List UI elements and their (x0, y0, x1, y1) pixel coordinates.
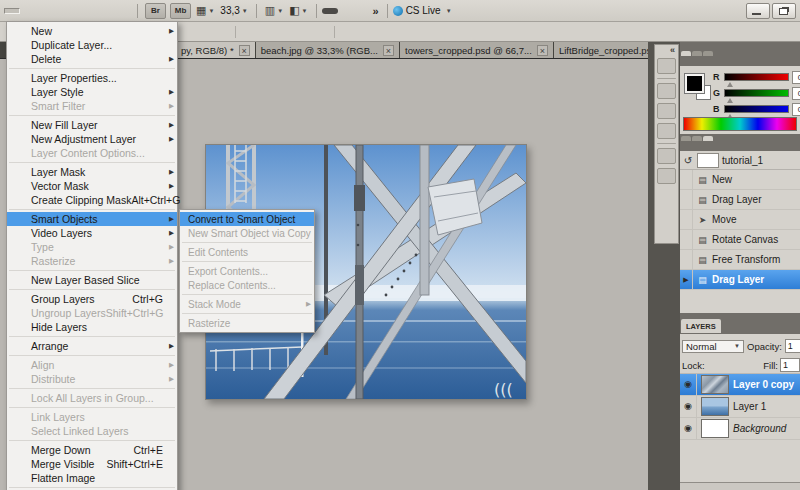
close-icon[interactable]: × (383, 45, 394, 56)
menu-item[interactable]: Layer Mask ▶ (7, 165, 177, 179)
mini-bridge-panel-icon[interactable] (657, 58, 676, 74)
eye-icon[interactable]: ◉ (680, 396, 697, 417)
history-state[interactable]: ▶ ▤ Drag Layer (680, 270, 800, 290)
mini-bridge-button[interactable]: Mb (170, 3, 191, 19)
history-state-gutter[interactable] (680, 250, 693, 269)
document-tab[interactable]: LiftBridge_cropped.psd @ 8... × (554, 42, 648, 58)
tab-layers[interactable]: LAYERS (681, 319, 721, 333)
history-state[interactable]: ▤ Rotate Canvas (680, 230, 800, 250)
menu-item[interactable]: New ▶ (7, 24, 177, 38)
Background[interactable]: ◉ Background (680, 418, 800, 440)
channel-value[interactable]: 0 (792, 103, 800, 116)
layer-thumbnail[interactable] (701, 419, 729, 438)
history-state[interactable]: ▤ Drag Layer (680, 190, 800, 210)
eye-icon[interactable]: ◉ (680, 374, 697, 395)
panel-tab[interactable] (703, 51, 713, 56)
close-icon[interactable]: × (239, 45, 250, 56)
menubar-menu[interactable] (100, 8, 116, 14)
slider-marker-icon[interactable] (727, 79, 733, 87)
menu-item[interactable]: Smart Objects ▶ (7, 212, 177, 226)
view-extras-button[interactable]: ▦ ▼ (196, 4, 214, 17)
menu-item[interactable]: Video Layers ▶ (7, 226, 177, 240)
menu-item[interactable]: Vector Mask ▶ (7, 179, 177, 193)
channel-value[interactable]: 0 (792, 87, 800, 100)
opacity-value[interactable]: 1 (785, 339, 800, 353)
menubar-menu[interactable] (68, 8, 84, 14)
minimize-button[interactable] (746, 3, 770, 19)
document-tab[interactable]: beach.jpg @ 33,3% (RGB... × (256, 42, 399, 58)
expand-dock-icon[interactable]: « (670, 45, 678, 56)
restore-button[interactable] (772, 3, 796, 19)
history-state-gutter[interactable] (680, 210, 693, 229)
channel-value[interactable]: 0 (792, 71, 800, 84)
channel-slider[interactable] (724, 105, 789, 113)
history-state[interactable]: ▤ Free Transform (680, 250, 800, 270)
cs-live-button[interactable]: CS Live ▼ (393, 5, 452, 16)
history-state-gutter[interactable]: ▶ (680, 270, 693, 289)
document-tab[interactable]: py, RGB/8) * × (176, 42, 255, 58)
history-brush-icon[interactable]: ↺ (682, 155, 694, 166)
close-icon[interactable]: × (537, 45, 548, 56)
workspace-overflow-icon[interactable]: » (370, 5, 382, 17)
bridge-button[interactable]: Br (145, 3, 166, 19)
menu-item[interactable]: Hide Layers (7, 320, 177, 334)
arrange-documents-button[interactable]: ▥ ▼ (265, 4, 283, 17)
history-state[interactable]: ➤ Move (680, 210, 800, 230)
history-state-gutter[interactable] (680, 170, 693, 189)
history-state-gutter[interactable] (680, 230, 693, 249)
menubar-menu[interactable] (116, 8, 132, 14)
clone-source-panel-icon[interactable] (657, 103, 676, 119)
Layer 0 copy[interactable]: ◉ Layer 0 copy (680, 374, 800, 396)
character-panel-icon[interactable] (657, 148, 676, 164)
workspace-button[interactable] (338, 8, 354, 14)
menu-item[interactable]: Layer Properties... (7, 71, 177, 85)
menu-item[interactable]: Group Layers Ctrl+G (7, 292, 177, 306)
history-state-gutter[interactable] (680, 190, 693, 209)
menu-item[interactable]: Convert to Smart Object (180, 212, 314, 226)
lock-label: Lock: (682, 360, 705, 371)
menubar-menu[interactable] (20, 8, 36, 14)
panel-tab[interactable] (703, 136, 713, 141)
brush-panel-icon[interactable] (657, 83, 676, 99)
foreground-color-swatch[interactable] (685, 74, 704, 93)
history-snapshot-row[interactable]: ↺ tutorial_1 (680, 151, 800, 170)
layer-comps-panel-icon[interactable] (657, 123, 676, 139)
slider-marker-icon[interactable] (727, 95, 733, 103)
menu-item[interactable]: Layer Style ▶ (7, 85, 177, 99)
panel-tab[interactable] (681, 136, 691, 141)
workspace-button[interactable] (354, 8, 370, 14)
blend-mode-select[interactable]: Normal ▼ (682, 340, 744, 353)
fill-value[interactable]: 1 (780, 358, 800, 372)
menu-item[interactable]: New Fill Layer ▶ (7, 118, 177, 132)
menu-item[interactable]: New Layer Based Slice (7, 273, 177, 287)
panel-tab[interactable] (681, 51, 691, 56)
menubar-menu[interactable] (4, 8, 20, 14)
channel-slider[interactable] (724, 89, 789, 97)
Layer 1[interactable]: ◉ Layer 1 (680, 396, 800, 418)
zoom-level-control[interactable]: 33,3 ▼ (220, 5, 247, 16)
panel-tab[interactable] (692, 51, 702, 56)
menubar-menu[interactable] (52, 8, 68, 14)
menu-item[interactable]: New Adjustment Layer ▶ (7, 132, 177, 146)
menubar-menu[interactable] (36, 8, 52, 14)
screen-mode-button[interactable]: ◧ ▼ (289, 4, 307, 17)
menu-item[interactable]: Duplicate Layer... (7, 38, 177, 52)
paragraph-panel-icon[interactable] (657, 168, 676, 184)
menu-item[interactable]: Create Clipping Mask Alt+Ctrl+G (7, 193, 177, 207)
eye-icon[interactable]: ◉ (680, 418, 697, 439)
channel-slider[interactable] (724, 73, 789, 81)
panel-tab[interactable] (692, 136, 702, 141)
document-tab[interactable]: towers_cropped.psd @ 66,7... × (400, 42, 553, 58)
menu-item[interactable]: Delete ▶ (7, 52, 177, 66)
workspace-button[interactable] (322, 8, 338, 14)
menu-item[interactable]: Arrange ▶ (7, 339, 177, 353)
layer-thumbnail[interactable] (701, 397, 729, 416)
menubar-menu[interactable] (84, 8, 100, 14)
layer-thumbnail[interactable] (701, 375, 729, 394)
menu-item[interactable]: Flatten Image (7, 471, 177, 485)
color-spectrum-bar[interactable] (683, 117, 797, 131)
menu-item[interactable]: Merge Down Ctrl+E (7, 443, 177, 457)
menu-item[interactable]: Merge Visible Shift+Ctrl+E (7, 457, 177, 471)
history-state[interactable]: ▤ New (680, 170, 800, 190)
document-tab-label: LiftBridge_cropped.psd @ 8... (559, 45, 648, 56)
